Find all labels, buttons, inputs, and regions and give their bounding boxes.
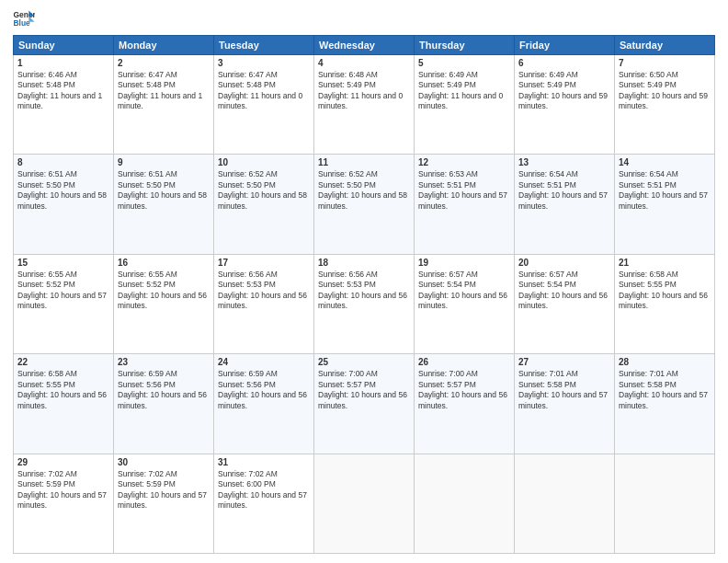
cell-content: Sunrise: 6:47 AM Sunset: 5:48 PM Dayligh…: [218, 70, 302, 110]
day-number: 20: [518, 258, 610, 268]
cell-content: Sunrise: 6:56 AM Sunset: 5:53 PM Dayligh…: [318, 270, 407, 310]
cell-content: Sunrise: 6:52 AM Sunset: 5:50 PM Dayligh…: [218, 169, 307, 210]
week-row-4: 22 Sunrise: 6:58 AM Sunset: 5:55 PM Dayl…: [14, 354, 715, 454]
cell-content: Sunrise: 6:54 AM Sunset: 5:51 PM Dayligh…: [518, 169, 608, 210]
day-cell: 11 Sunrise: 6:52 AM Sunset: 5:50 PM Dayl…: [314, 155, 415, 254]
week-row-1: 1 Sunrise: 6:46 AM Sunset: 5:48 PM Dayli…: [14, 55, 715, 155]
day-number: 31: [218, 457, 310, 467]
day-cell: 18 Sunrise: 6:56 AM Sunset: 5:53 PM Dayl…: [314, 254, 415, 353]
day-cell: 8 Sunrise: 6:51 AM Sunset: 5:50 PM Dayli…: [14, 155, 114, 254]
day-cell: 13 Sunrise: 6:54 AM Sunset: 5:51 PM Dayl…: [515, 155, 615, 254]
day-cell: 5 Sunrise: 6:49 AM Sunset: 5:49 PM Dayli…: [415, 55, 515, 155]
day-number: 12: [418, 157, 510, 167]
cell-content: Sunrise: 7:01 AM Sunset: 5:58 PM Dayligh…: [619, 369, 708, 409]
day-cell: 27 Sunrise: 7:01 AM Sunset: 5:58 PM Dayl…: [515, 354, 615, 454]
day-number: 19: [418, 258, 510, 268]
day-number: 14: [619, 157, 711, 167]
day-cell: 29 Sunrise: 7:02 AM Sunset: 5:59 PM Dayl…: [14, 454, 114, 553]
column-headers: SundayMondayTuesdayWednesdayThursdayFrid…: [14, 36, 715, 55]
day-cell: 31 Sunrise: 7:02 AM Sunset: 6:00 PM Dayl…: [214, 454, 314, 553]
cell-content: Sunrise: 7:02 AM Sunset: 5:59 PM Dayligh…: [118, 469, 207, 510]
day-number: 29: [17, 457, 109, 467]
cell-content: Sunrise: 6:49 AM Sunset: 5:49 PM Dayligh…: [418, 70, 503, 110]
day-cell: 20 Sunrise: 6:57 AM Sunset: 5:54 PM Dayl…: [515, 254, 615, 353]
cell-content: Sunrise: 6:47 AM Sunset: 5:48 PM Dayligh…: [118, 70, 202, 110]
day-number: 11: [318, 157, 410, 167]
day-cell: 16 Sunrise: 6:55 AM Sunset: 5:52 PM Dayl…: [114, 254, 214, 353]
cell-content: Sunrise: 6:49 AM Sunset: 5:49 PM Dayligh…: [518, 70, 608, 110]
day-cell: 7 Sunrise: 6:50 AM Sunset: 5:49 PM Dayli…: [615, 55, 715, 155]
day-number: 10: [218, 157, 310, 167]
day-number: 8: [17, 157, 109, 167]
day-cell: 30 Sunrise: 7:02 AM Sunset: 5:59 PM Dayl…: [114, 454, 214, 553]
day-cell: 10 Sunrise: 6:52 AM Sunset: 5:50 PM Dayl…: [214, 155, 314, 254]
day-number: 23: [118, 357, 210, 367]
cell-content: Sunrise: 6:51 AM Sunset: 5:50 PM Dayligh…: [17, 169, 107, 210]
cell-content: Sunrise: 7:02 AM Sunset: 5:59 PM Dayligh…: [17, 469, 107, 510]
day-number: 15: [17, 258, 109, 268]
day-number: 18: [318, 258, 410, 268]
col-header-sunday: Sunday: [14, 36, 114, 55]
calendar-body: 1 Sunrise: 6:46 AM Sunset: 5:48 PM Dayli…: [14, 55, 715, 554]
day-cell: 4 Sunrise: 6:48 AM Sunset: 5:49 PM Dayli…: [314, 55, 415, 155]
week-row-2: 8 Sunrise: 6:51 AM Sunset: 5:50 PM Dayli…: [14, 155, 715, 254]
day-cell: 9 Sunrise: 6:51 AM Sunset: 5:50 PM Dayli…: [114, 155, 214, 254]
calendar-table: SundayMondayTuesdayWednesdayThursdayFrid…: [13, 35, 715, 554]
logo-icon: General Blue: [13, 9, 35, 28]
cell-content: Sunrise: 6:56 AM Sunset: 5:53 PM Dayligh…: [218, 270, 307, 310]
day-cell: 12 Sunrise: 6:53 AM Sunset: 5:51 PM Dayl…: [415, 155, 515, 254]
day-cell: [415, 454, 515, 553]
cell-content: Sunrise: 6:55 AM Sunset: 5:52 PM Dayligh…: [118, 270, 207, 310]
day-number: 1: [17, 58, 109, 68]
day-cell: 25 Sunrise: 7:00 AM Sunset: 5:57 PM Dayl…: [314, 354, 415, 454]
day-cell: 17 Sunrise: 6:56 AM Sunset: 5:53 PM Dayl…: [214, 254, 314, 353]
cell-content: Sunrise: 6:51 AM Sunset: 5:50 PM Dayligh…: [118, 169, 207, 210]
cell-content: Sunrise: 6:52 AM Sunset: 5:50 PM Dayligh…: [318, 169, 407, 210]
week-row-5: 29 Sunrise: 7:02 AM Sunset: 5:59 PM Dayl…: [14, 454, 715, 553]
day-number: 7: [619, 58, 711, 68]
day-cell: 23 Sunrise: 6:59 AM Sunset: 5:56 PM Dayl…: [114, 354, 214, 454]
cell-content: Sunrise: 6:55 AM Sunset: 5:52 PM Dayligh…: [17, 270, 107, 310]
cell-content: Sunrise: 6:57 AM Sunset: 5:54 PM Dayligh…: [418, 270, 507, 310]
day-cell: [515, 454, 615, 553]
day-number: 26: [418, 357, 510, 367]
day-cell: 6 Sunrise: 6:49 AM Sunset: 5:49 PM Dayli…: [515, 55, 615, 155]
svg-text:Blue: Blue: [13, 18, 30, 28]
day-number: 9: [118, 157, 210, 167]
day-cell: 24 Sunrise: 6:59 AM Sunset: 5:56 PM Dayl…: [214, 354, 314, 454]
day-number: 6: [518, 58, 610, 68]
calendar-container: General Blue SundayMondayTuesdayWednesda…: [0, 0, 728, 563]
cell-content: Sunrise: 6:57 AM Sunset: 5:54 PM Dayligh…: [518, 270, 608, 310]
col-header-friday: Friday: [515, 36, 615, 55]
cell-content: Sunrise: 7:01 AM Sunset: 5:58 PM Dayligh…: [518, 369, 608, 409]
cell-content: Sunrise: 7:02 AM Sunset: 6:00 PM Dayligh…: [218, 469, 307, 510]
day-cell: 28 Sunrise: 7:01 AM Sunset: 5:58 PM Dayl…: [615, 354, 715, 454]
day-cell: 3 Sunrise: 6:47 AM Sunset: 5:48 PM Dayli…: [214, 55, 314, 155]
day-number: 16: [118, 258, 210, 268]
day-cell: 14 Sunrise: 6:54 AM Sunset: 5:51 PM Dayl…: [615, 155, 715, 254]
cell-content: Sunrise: 7:00 AM Sunset: 5:57 PM Dayligh…: [418, 369, 507, 409]
day-cell: 21 Sunrise: 6:58 AM Sunset: 5:55 PM Dayl…: [615, 254, 715, 353]
day-cell: 19 Sunrise: 6:57 AM Sunset: 5:54 PM Dayl…: [415, 254, 515, 353]
day-number: 13: [518, 157, 610, 167]
header: General Blue: [13, 9, 715, 28]
day-number: 4: [318, 58, 410, 68]
day-number: 28: [619, 357, 711, 367]
day-cell: 15 Sunrise: 6:55 AM Sunset: 5:52 PM Dayl…: [14, 254, 114, 353]
day-number: 21: [619, 258, 711, 268]
cell-content: Sunrise: 6:59 AM Sunset: 5:56 PM Dayligh…: [218, 369, 307, 409]
cell-content: Sunrise: 6:54 AM Sunset: 5:51 PM Dayligh…: [619, 169, 708, 210]
cell-content: Sunrise: 6:46 AM Sunset: 5:48 PM Dayligh…: [17, 70, 102, 110]
cell-content: Sunrise: 6:48 AM Sunset: 5:49 PM Dayligh…: [318, 70, 403, 110]
day-cell: 1 Sunrise: 6:46 AM Sunset: 5:48 PM Dayli…: [14, 55, 114, 155]
day-cell: [615, 454, 715, 553]
day-cell: 2 Sunrise: 6:47 AM Sunset: 5:48 PM Dayli…: [114, 55, 214, 155]
day-number: 2: [118, 58, 210, 68]
cell-content: Sunrise: 6:50 AM Sunset: 5:49 PM Dayligh…: [619, 70, 708, 110]
week-row-3: 15 Sunrise: 6:55 AM Sunset: 5:52 PM Dayl…: [14, 254, 715, 353]
col-header-thursday: Thursday: [415, 36, 515, 55]
day-number: 25: [318, 357, 410, 367]
col-header-tuesday: Tuesday: [214, 36, 314, 55]
day-number: 22: [17, 357, 109, 367]
day-cell: 26 Sunrise: 7:00 AM Sunset: 5:57 PM Dayl…: [415, 354, 515, 454]
